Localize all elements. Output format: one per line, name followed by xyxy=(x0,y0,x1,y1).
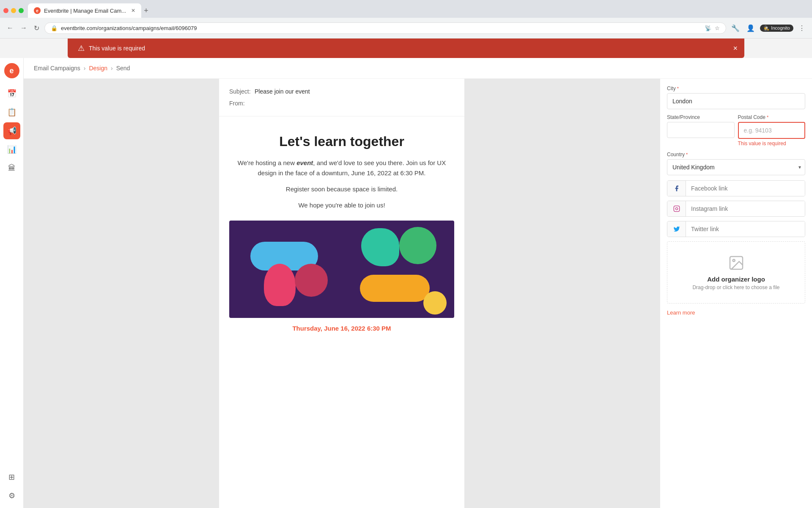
minimize-button[interactable] xyxy=(11,8,16,13)
subject-label: Subject: xyxy=(229,88,255,95)
city-label: City xyxy=(667,86,676,91)
tab-title: Eventbrite | Manage Email Cam... xyxy=(44,8,126,14)
postal-label: Postal Code xyxy=(738,114,765,120)
email-header-fields: Subject: Please join our event From: xyxy=(219,79,464,116)
postal-field: Postal Code * This value is required xyxy=(738,114,806,146)
settings-icon: ⚙ xyxy=(8,491,15,500)
sidebar-item-help[interactable]: ❓ xyxy=(3,506,20,508)
calendar-icon: 📅 xyxy=(7,89,16,98)
sidebar-item-finance[interactable]: 🏛 xyxy=(3,160,20,177)
incognito-label: Incognito xyxy=(771,25,790,30)
sidebar-item-analytics[interactable]: 📊 xyxy=(3,141,20,158)
cast-icon: 📡 xyxy=(705,25,711,31)
twitter-icon xyxy=(667,221,686,237)
country-field: Country * United Kingdom United States C… xyxy=(667,152,805,175)
eventbrite-favicon: e xyxy=(34,7,41,14)
email-para1: We're hosting a new event, and we'd love… xyxy=(229,158,454,178)
new-tab-button[interactable]: + xyxy=(144,6,148,15)
lock-icon: 🔒 xyxy=(51,25,58,31)
tab-close-icon[interactable]: ✕ xyxy=(131,8,135,14)
email-headline: Let's learn together xyxy=(229,133,454,149)
logo-upload-icon xyxy=(674,254,798,271)
state-input[interactable] xyxy=(667,122,735,138)
breadcrumb-design: Design xyxy=(89,65,107,72)
browser-tab[interactable]: e Eventbrite | Manage Email Cam... ✕ xyxy=(28,3,141,18)
sidebar-item-events[interactable]: 📅 xyxy=(3,85,20,102)
city-input[interactable] xyxy=(667,93,805,109)
sidebar-item-grid[interactable]: ⊞ xyxy=(3,469,20,486)
address-bar[interactable]: 🔒 eventbrite.com/organizations/campaigns… xyxy=(44,22,726,34)
marketing-icon: 📢 xyxy=(7,126,16,135)
instagram-field xyxy=(667,201,805,217)
city-required-star: * xyxy=(677,86,679,91)
star-icon[interactable]: ☆ xyxy=(715,25,720,31)
instagram-icon xyxy=(667,201,686,216)
facebook-field xyxy=(667,180,805,196)
instagram-input[interactable] xyxy=(686,201,805,216)
url-text: eventbrite.com/organizations/campaigns/e… xyxy=(61,25,701,31)
twitter-field xyxy=(667,221,805,237)
event-date: Thursday, June 16, 2022 6:30 PM xyxy=(229,325,454,332)
logo-upload-title: Add organizer logo xyxy=(674,276,798,283)
postal-error-text: This value is required xyxy=(738,141,806,146)
facebook-icon xyxy=(667,181,686,196)
state-label: State/Province xyxy=(667,114,700,120)
country-required-star: * xyxy=(686,152,688,157)
email-para2: Register soon because space is limited. xyxy=(229,184,454,194)
twitter-input[interactable] xyxy=(686,221,805,237)
postal-input[interactable] xyxy=(738,122,806,139)
sidebar-item-marketing[interactable]: 📢 xyxy=(3,122,20,139)
state-field: State/Province xyxy=(667,114,735,146)
email-container: Subject: Please join our event From: Let… xyxy=(219,79,464,508)
maximize-button[interactable] xyxy=(19,8,24,13)
breadcrumb-send: Send xyxy=(116,65,130,72)
email-body: Let's learn together We're hosting a new… xyxy=(219,116,464,349)
breadcrumb-sep-2: › xyxy=(111,65,113,72)
learn-more-link[interactable]: Learn more xyxy=(667,309,695,316)
extensions-button[interactable]: 🔧 xyxy=(730,22,741,34)
facebook-input[interactable] xyxy=(686,181,805,196)
eventbrite-logo[interactable]: e xyxy=(4,63,19,78)
country-select[interactable]: United Kingdom United States Canada xyxy=(667,159,805,175)
incognito-badge: 🕵 Incognito xyxy=(760,25,793,32)
sidebar-item-settings[interactable]: ⚙ xyxy=(3,487,20,504)
breadcrumb-email-campaigns[interactable]: Email Campaigns xyxy=(34,65,80,72)
svg-point-3 xyxy=(732,260,735,262)
from-label: From: xyxy=(229,100,255,107)
forward-button[interactable]: → xyxy=(19,22,29,33)
subject-value: Please join our event xyxy=(255,88,310,95)
alert-close-button[interactable]: × xyxy=(733,44,738,53)
postal-required-star: * xyxy=(767,115,768,120)
finance-icon: 🏛 xyxy=(8,164,16,173)
email-event-image xyxy=(229,221,454,318)
right-panel: City * State/Province xyxy=(660,79,812,508)
logo-upload-area[interactable]: Add organizer logo Drag-drop or click he… xyxy=(667,241,805,304)
orders-icon: 📋 xyxy=(7,108,16,117)
breadcrumb-sep-1: › xyxy=(84,65,86,72)
grid-icon: ⊞ xyxy=(8,472,15,482)
back-button[interactable]: ← xyxy=(5,22,15,33)
reload-button[interactable]: ↻ xyxy=(32,22,41,34)
close-button[interactable] xyxy=(3,8,8,13)
alert-icon: ⚠ xyxy=(78,44,85,53)
logo-upload-subtitle: Drag-drop or click here to choose a file xyxy=(674,284,798,290)
incognito-icon: 🕵 xyxy=(763,25,769,31)
alert-banner: ⚠ This value is required × xyxy=(68,39,744,58)
email-preview: Subject: Please join our event From: Let… xyxy=(24,79,660,508)
alert-message: This value is required xyxy=(89,45,145,52)
svg-rect-0 xyxy=(674,206,679,211)
menu-button[interactable]: ⋮ xyxy=(797,22,807,34)
sidebar: e 📅 📋 📢 📊 🏛 ⊞ ⚙ ❓ xyxy=(0,58,24,508)
profile-button[interactable]: 👤 xyxy=(745,22,757,34)
sidebar-item-orders[interactable]: 📋 xyxy=(3,104,20,121)
analytics-icon: 📊 xyxy=(7,145,16,154)
email-para3: We hope you're able to join us! xyxy=(229,200,454,210)
breadcrumb: Email Campaigns › Design › Send xyxy=(24,58,812,79)
city-field: City * xyxy=(667,86,805,109)
country-label: Country xyxy=(667,152,685,157)
